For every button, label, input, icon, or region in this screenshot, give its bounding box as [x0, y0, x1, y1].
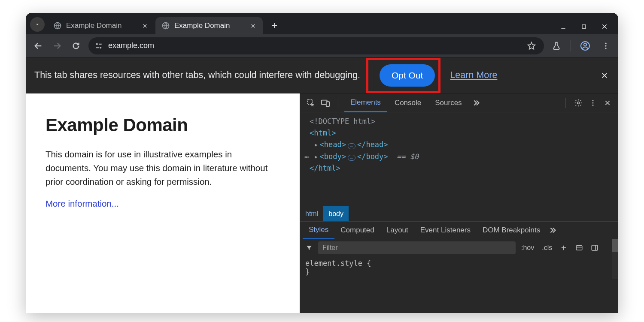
dom-html-open[interactable]: <html>	[310, 129, 336, 137]
page-viewport: Example Domain This domain is for use in…	[26, 93, 300, 313]
device-toolbar-button[interactable]	[319, 96, 332, 109]
new-tab-button[interactable]	[267, 18, 282, 33]
site-settings-icon[interactable]	[94, 42, 103, 50]
scrollbar-thumb[interactable]	[612, 239, 618, 252]
subtab-layout[interactable]: Layout	[380, 221, 414, 239]
back-button[interactable]	[32, 39, 45, 52]
expand-triangle-icon[interactable]: ▸	[314, 152, 318, 161]
computed-styles-sidebar-button[interactable]	[573, 244, 585, 252]
page-heading: Example Domain	[46, 115, 280, 135]
debugging-infobar: This tab shares resources with other tab…	[26, 57, 618, 93]
toolbar: example.com	[26, 34, 618, 57]
subtab-event-listeners[interactable]: Event Listeners	[414, 221, 477, 239]
star-icon	[527, 41, 536, 51]
globe-icon	[161, 21, 170, 30]
ellipsis-badge-icon[interactable]	[348, 155, 355, 161]
content-area: Example Domain This domain is for use in…	[26, 93, 618, 313]
infobar-close-button[interactable]	[599, 70, 610, 81]
devtools-panel: Elements Console Sources <!	[300, 93, 618, 313]
gutter-indicator-icon: ⋯	[304, 151, 309, 163]
devtools-close-button[interactable]	[601, 96, 614, 109]
styles-filter-input[interactable]: Filter	[318, 241, 516, 254]
opt-out-button[interactable]: Opt Out	[380, 64, 435, 87]
devtools-main-tabs: Elements Console Sources	[300, 93, 618, 112]
rendering-emulations-button[interactable]	[589, 244, 601, 252]
devtools-tab-console[interactable]: Console	[389, 93, 427, 112]
window-minimize-button[interactable]	[559, 22, 568, 31]
styles-scrollbar[interactable]	[612, 239, 618, 279]
element-style-close: }	[305, 268, 613, 276]
tab-strip: Example Domain Example Domain	[26, 13, 618, 34]
reload-button[interactable]	[70, 39, 82, 52]
toggle-hov-button[interactable]: :hov	[519, 244, 536, 252]
kebab-icon	[589, 99, 597, 107]
tabs-dropdown-button[interactable]	[30, 17, 45, 32]
subtab-computed[interactable]: Computed	[334, 221, 380, 239]
minimize-icon	[560, 23, 567, 30]
svg-rect-12	[326, 102, 329, 106]
devtools-tab-sources[interactable]: Sources	[429, 93, 468, 112]
filter-placeholder: Filter	[322, 244, 338, 252]
expand-triangle-icon[interactable]: ▸	[314, 140, 318, 149]
url-text: example.com	[108, 41, 154, 50]
styles-toolbar: Filter :hov .cls	[300, 239, 618, 256]
subtab-dom-breakpoints[interactable]: DOM Breakpoints	[477, 221, 546, 239]
flask-icon	[552, 41, 561, 51]
elements-tree[interactable]: <!DOCTYPE html> <html> ▸<head></head> ⋯ …	[300, 112, 618, 206]
close-icon	[142, 23, 148, 29]
address-bar[interactable]: example.com	[88, 37, 544, 54]
profile-button[interactable]	[579, 39, 592, 52]
window-close-button[interactable]	[600, 22, 609, 31]
window-maximize-button[interactable]	[580, 22, 588, 31]
plus-icon	[560, 244, 568, 252]
forward-button[interactable]	[51, 39, 64, 52]
inspect-element-button[interactable]	[304, 96, 317, 109]
dom-doctype: <!DOCTYPE html>	[310, 117, 376, 126]
styles-subtabs: Styles Computed Layout Event Listeners D…	[300, 221, 618, 239]
dom-head-open[interactable]: <head>	[320, 140, 346, 149]
element-style-open: element.style {	[305, 259, 613, 268]
learn-more-link[interactable]: Learn More	[450, 70, 497, 81]
ellipsis-badge-icon[interactable]	[348, 143, 355, 149]
breadcrumb-html[interactable]: html	[300, 206, 323, 221]
tab-close-button[interactable]	[249, 22, 257, 30]
subtabs-overflow[interactable]	[546, 224, 559, 237]
reload-icon	[71, 41, 81, 51]
devices-icon	[321, 98, 330, 108]
chevron-down-icon	[34, 21, 40, 27]
new-style-rule-button[interactable]	[558, 244, 570, 252]
devtools-menu-button[interactable]	[586, 96, 599, 109]
bookmark-button[interactable]	[525, 39, 538, 52]
svg-point-7	[605, 42, 606, 44]
close-icon	[250, 23, 256, 29]
labs-button[interactable]	[550, 39, 563, 52]
toggle-cls-button[interactable]: .cls	[540, 244, 554, 252]
globe-icon	[53, 21, 62, 30]
maximize-icon	[581, 24, 587, 30]
subtab-styles[interactable]: Styles	[303, 222, 334, 240]
close-icon	[604, 99, 611, 106]
styles-rules[interactable]: element.style { }	[300, 256, 618, 279]
breadcrumb-body[interactable]: body	[323, 206, 349, 221]
svg-point-15	[592, 102, 594, 103]
tab-active[interactable]: Example Domain	[155, 17, 263, 34]
devtools-settings-button[interactable]	[572, 96, 585, 109]
annotation-highlight: Opt Out	[366, 58, 441, 93]
dom-body-open[interactable]: <body>	[320, 152, 346, 161]
chrome-menu-button[interactable]	[599, 39, 612, 52]
window-controls	[559, 22, 615, 31]
devtools-tabs-overflow[interactable]	[470, 96, 483, 109]
svg-point-6	[584, 43, 586, 45]
svg-point-3	[96, 43, 98, 45]
dom-html-close: </html>	[310, 164, 340, 172]
tab-inactive[interactable]: Example Domain	[47, 17, 155, 34]
svg-point-16	[592, 104, 594, 105]
chevrons-right-icon	[471, 98, 481, 108]
arrow-right-icon	[52, 41, 62, 51]
devtools-tab-elements[interactable]: Elements	[344, 93, 387, 112]
gear-icon	[574, 99, 583, 107]
more-information-link[interactable]: More information...	[46, 199, 119, 208]
plus-icon	[270, 21, 278, 29]
svg-point-9	[605, 48, 606, 49]
tab-close-button[interactable]	[141, 22, 149, 30]
